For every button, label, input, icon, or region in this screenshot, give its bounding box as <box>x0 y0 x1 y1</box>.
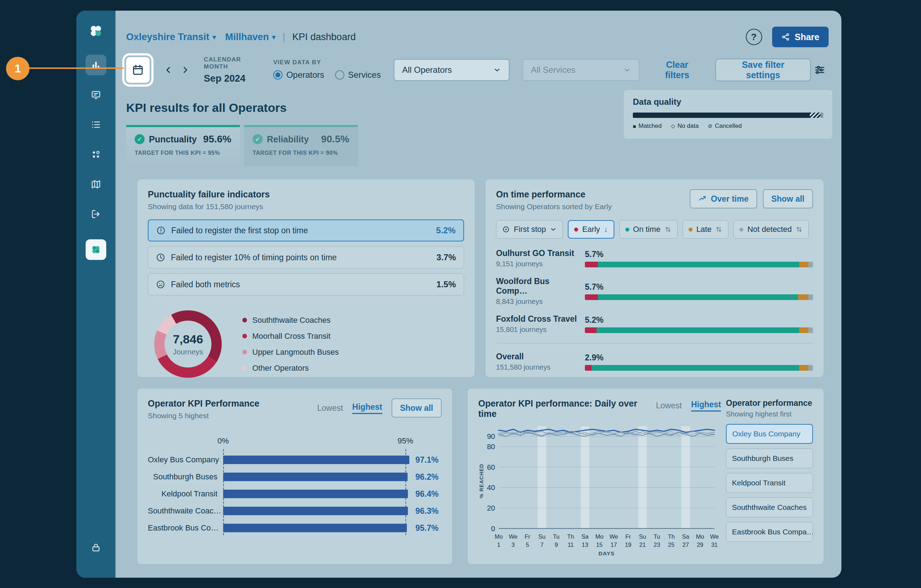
lock-icon[interactable] <box>86 537 106 558</box>
svg-text:Tu: Tu <box>653 533 660 540</box>
svg-text:0: 0 <box>491 525 495 533</box>
tutorial-pointer-line <box>28 67 124 69</box>
on-time-row: Oulhurst GO Transit9,151 journeys5.7% <box>496 249 813 268</box>
bar-segment-not_detected <box>809 294 813 300</box>
on-time-show-all-button[interactable]: Show all <box>763 189 813 208</box>
on-time-bar-block: 5.2% <box>585 315 813 333</box>
failure-indicator-value: 1.5% <box>436 279 456 289</box>
advanced-filters-button[interactable] <box>811 60 828 80</box>
kpi-bar-track <box>223 490 411 498</box>
failure-indicator-row[interactable]: Failed both metrics1.5% <box>148 273 464 296</box>
tab-punctuality[interactable]: ✓ Punctuality 95.6% TARGET FOR THIS KPI … <box>126 125 240 166</box>
top-bar: Oxleyshire Transit ▾ Millhaven ▾ | KPI d… <box>126 26 828 47</box>
stacked-bar <box>585 294 813 300</box>
breadcrumb: Oxleyshire Transit ▾ Millhaven ▾ | KPI d… <box>126 31 356 42</box>
calendar-month-label: CALENDAR MONTH <box>204 56 263 70</box>
svg-text:Mo: Mo <box>696 533 704 540</box>
on-time-performance-card: On time performance Showing Operators so… <box>485 179 824 377</box>
daily-title: Operator KPI performance: Daily over tim… <box>478 398 645 419</box>
operator-legend-button[interactable]: Eastbrook Bus Compa… <box>726 522 813 542</box>
radio-services[interactable]: Services <box>335 70 381 80</box>
sidebar-item-apps-grid[interactable] <box>86 144 106 165</box>
square-icon: ■ <box>633 123 636 129</box>
breadcrumb-org[interactable]: Oxleyshire Transit ▾ <box>126 32 216 42</box>
on-time-bar-block: 5.7% <box>585 250 813 267</box>
svg-text:29: 29 <box>697 541 703 548</box>
filter-chip-first-stop[interactable]: First stop <box>496 220 563 239</box>
svg-text:5: 5 <box>526 541 529 548</box>
failure-donut-section: 7,846 Journeys Souththwaite CoachesMoorh… <box>148 310 464 378</box>
operator-journeys: 151,580 journeys <box>496 363 581 371</box>
daily-sort-lowest-link[interactable]: Lowest <box>656 400 682 411</box>
services-select[interactable]: All Services <box>522 59 639 81</box>
svg-text:We: We <box>609 533 618 540</box>
operator-legend-button[interactable]: Souththwaite Coaches <box>726 497 813 517</box>
previous-month-button[interactable] <box>160 60 177 80</box>
breadcrumb-location[interactable]: Millhaven ▾ <box>225 32 276 42</box>
operator-performance-panel-sub: Showing highest first <box>726 410 813 418</box>
sidebar-item-logout[interactable] <box>86 204 106 224</box>
failure-indicator-label: Failed both metrics <box>171 280 240 289</box>
daily-sort-highest-link[interactable]: Highest <box>691 400 721 411</box>
on-time-row: Woolford Bus Comp…8,843 journeys5.7% <box>496 276 813 306</box>
clear-filters-button[interactable]: Clear filters <box>654 60 700 80</box>
diamond-icon: ◇ <box>671 123 675 129</box>
failure-indicator-value: 3.7% <box>436 252 456 262</box>
legend-dot <box>242 366 247 370</box>
kpi-bar-row: Eastbrook Bus Co…95.7% <box>148 520 442 536</box>
sidebar-item-departures-board[interactable] <box>86 84 106 105</box>
svg-text:27: 27 <box>683 541 689 548</box>
filter-chip-on-time[interactable]: On time <box>619 220 678 239</box>
filter-chip-late[interactable]: Late <box>683 220 729 239</box>
data-quality-legend: ■Matched◇No data⊘Cancelled <box>633 122 823 130</box>
bar-segment-not_detected <box>809 327 813 333</box>
filter-chip-early[interactable]: Early↓ <box>568 220 614 239</box>
sidebar-partner-app-icon[interactable] <box>86 239 106 260</box>
share-button-label: Share <box>795 32 819 42</box>
status-dot <box>574 227 578 232</box>
sidebar-item-dashboard[interactable] <box>86 55 106 75</box>
operator-journeys: 15,801 journeys <box>496 326 581 334</box>
legend-label: Other Operators <box>252 364 309 373</box>
kpi-bar-value: 95.7% <box>411 523 442 533</box>
operator-legend-button[interactable]: Oxley Bus Company <box>726 424 813 444</box>
radio-operators[interactable]: Operators <box>273 70 324 80</box>
alert-icon <box>156 226 166 235</box>
tab-target: TARGET FOR THIS KPI = 90% <box>253 150 349 156</box>
legend-label: Souththwaite Coaches <box>252 316 330 325</box>
operator-journeys: 9,151 journeys <box>496 260 581 268</box>
sidebar-item-list[interactable] <box>86 114 106 135</box>
legend-label: Matched <box>638 122 662 130</box>
operator-legend-button[interactable]: Southburgh Buses <box>726 448 813 468</box>
sort-highest-link[interactable]: Highest <box>352 402 382 414</box>
tab-reliability[interactable]: ✓ Reliability 90.5% TARGET FOR THIS KPI … <box>244 125 358 166</box>
save-filter-settings-button[interactable]: Save filter settings <box>715 58 811 81</box>
next-month-button[interactable] <box>177 60 193 80</box>
failure-indicator-row[interactable]: Failed to register the first stop on tim… <box>148 219 464 242</box>
legend-label: Cancelled <box>715 122 742 130</box>
sidebar-item-map[interactable] <box>86 174 106 195</box>
failure-indicator-label: Failed to register the first stop on tim… <box>171 226 308 236</box>
operators-select[interactable]: All Operators <box>394 59 510 81</box>
help-button[interactable]: ? <box>746 29 762 45</box>
sort-lowest-link[interactable]: Lowest <box>317 403 343 413</box>
page-name: KPI dashboard <box>293 32 356 42</box>
calendar-button[interactable] <box>126 57 150 83</box>
kpi-bar-track <box>223 473 411 481</box>
kpi-bar-track <box>223 524 411 532</box>
operator-legend-button[interactable]: Keldpool Transit <box>726 473 813 493</box>
svg-text:Th: Th <box>668 533 675 540</box>
sidebar <box>76 11 116 578</box>
frown-icon <box>156 280 165 289</box>
share-button[interactable]: Share <box>772 27 828 47</box>
bar-segment-on_time <box>592 365 799 371</box>
over-time-button[interactable]: Over time <box>690 189 757 208</box>
filter-chip-not-detected[interactable]: Not detected <box>733 220 809 239</box>
operator-kpi-show-all-button[interactable]: Show all <box>392 398 442 417</box>
operator-performance-panel-title: Operator performance <box>726 398 813 408</box>
svg-text:Su: Su <box>639 533 646 540</box>
bar-segment-not_detected <box>809 365 813 371</box>
failure-indicator-row[interactable]: Failed to register 10% of timing points … <box>148 247 464 268</box>
svg-text:17: 17 <box>610 541 617 548</box>
data-quality-legend-item: ⊘Cancelled <box>708 122 742 130</box>
